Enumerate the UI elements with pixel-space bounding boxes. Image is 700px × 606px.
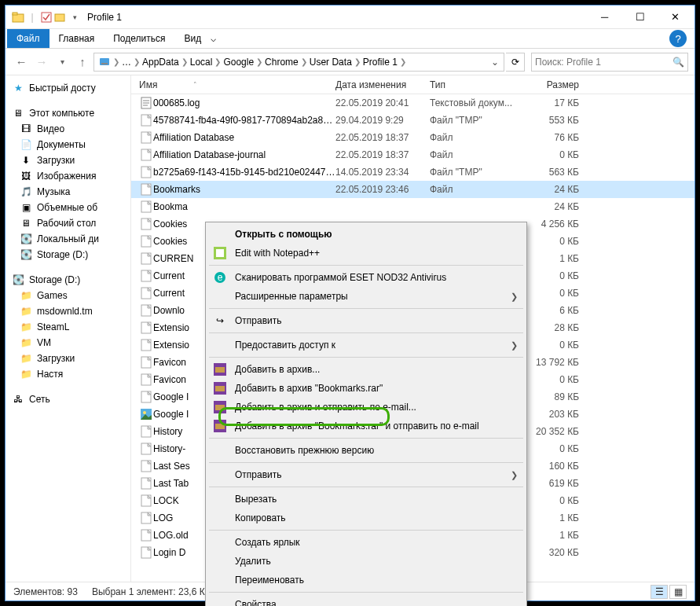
cm-properties[interactable]: Свойства (208, 595, 524, 606)
cm-send[interactable]: ↪Отправить (208, 311, 524, 330)
file-size: 563 КБ (524, 167, 587, 178)
sidebar-item[interactable]: 📁SteamL (5, 319, 130, 335)
sidebar-item[interactable]: 💽Storage (D:) (5, 247, 130, 263)
sidebar-item[interactable]: 📁msdownld.tm (5, 303, 130, 319)
col-size[interactable]: Размер (524, 79, 587, 90)
svg-rect-48 (215, 424, 225, 429)
close-button[interactable]: ✕ (658, 6, 693, 28)
qa-properties-icon[interactable] (40, 11, 53, 24)
sidebar-item[interactable]: 📁Загрузки (5, 351, 130, 366)
sidebar-item[interactable]: 🖥Рабочий стол (5, 215, 130, 231)
table-row[interactable]: Affiliation Database-journal22.05.2019 1… (131, 146, 695, 163)
cm-rar-email[interactable]: Добавить в архив и отправить по e-mail..… (208, 398, 524, 417)
file-icon (139, 183, 153, 196)
chevron-right-icon[interactable]: ❯ (214, 57, 221, 66)
chevron-right-icon[interactable]: ❯ (400, 57, 406, 66)
col-type[interactable]: Тип (430, 79, 524, 90)
maximize-button[interactable]: ☐ (622, 6, 658, 28)
table-row[interactable]: Affiliation Database22.05.2019 18:37Файл… (131, 129, 695, 146)
cm-rename[interactable]: Переименовать (208, 571, 524, 589)
column-headers[interactable]: Имя˄ Дата изменения Тип Размер (131, 75, 695, 94)
minimize-button[interactable]: ─ (587, 6, 622, 28)
search-input[interactable]: Поиск: Profile 1 🔍 (531, 53, 688, 72)
folder-icon: 📁 (20, 368, 32, 380)
cm-restore-previous[interactable]: Восстановить прежнюю версию (208, 441, 524, 460)
sidebar-storage[interactable]: 💽Storage (D:) (5, 272, 130, 288)
chevron-right-icon[interactable]: ❯ (256, 57, 262, 66)
sidebar-item[interactable]: 🎵Музыка (5, 184, 130, 200)
view-details-icon[interactable]: ☰ (651, 585, 668, 599)
col-name[interactable]: Имя (139, 79, 157, 90)
chevron-right-icon[interactable]: ❯ (354, 57, 361, 66)
chevron-right-icon[interactable]: ❯ (134, 57, 140, 66)
cm-advanced[interactable]: Расширенные параметры❯ (208, 287, 524, 306)
sidebar-item[interactable]: 📁Настя (5, 366, 130, 382)
tab-home[interactable]: Главная (49, 29, 104, 48)
tab-file[interactable]: Файл (7, 29, 49, 48)
tab-share[interactable]: Поделиться (104, 29, 174, 48)
search-icon[interactable]: 🔍 (673, 57, 684, 68)
nav-back-icon[interactable]: ← (12, 53, 31, 72)
sidebar-this-pc[interactable]: 🖥Этот компьюте (5, 105, 130, 121)
col-date[interactable]: Дата изменения (335, 79, 430, 90)
table-row[interactable]: Bookmarks22.05.2019 23:46Файл24 КБ (131, 181, 695, 198)
ribbon-toggle-icon[interactable]: ⌵ (211, 29, 216, 48)
qa-newfolder-icon[interactable] (54, 11, 67, 24)
sidebar-item[interactable]: 📁VM (5, 335, 130, 351)
cm-share-access[interactable]: Предоставить доступ к❯ (208, 336, 524, 354)
bc-ellipsis[interactable]: … (119, 57, 134, 68)
sidebar-item[interactable]: 💽Локальный ди (5, 231, 130, 247)
cm-delete[interactable]: Удалить (208, 552, 524, 571)
chevron-right-icon[interactable]: ❯ (301, 57, 307, 66)
tab-view[interactable]: Вид (174, 29, 211, 48)
sidebar-item[interactable]: 🖼Изображения (5, 168, 130, 184)
nav-up-icon[interactable]: ↑ (73, 53, 92, 72)
cm-open-with[interactable]: Открыть с помощью (208, 225, 524, 244)
qa-dropdown-icon[interactable]: ▾ (68, 11, 81, 24)
sidebar-item[interactable]: 📁Games (5, 288, 130, 303)
folder-icon (12, 11, 24, 24)
bc-appdata[interactable]: AppData (140, 57, 181, 68)
view-thumbnails-icon[interactable]: ▦ (669, 585, 687, 599)
nav-history-dropdown-icon[interactable]: ▾ (53, 53, 71, 72)
chevron-right-icon[interactable]: ❯ (113, 57, 119, 66)
table-row[interactable]: 45788741-fb4a-49f0-9817-770894ab2a80.t..… (131, 112, 695, 129)
breadcrumb-root-icon[interactable] (96, 56, 113, 68)
bc-profile1[interactable]: Profile 1 (361, 57, 400, 68)
sidebar-quick-access[interactable]: ★Быстрый досту (5, 80, 130, 96)
bc-userdata[interactable]: User Data (307, 57, 354, 68)
file-icon (139, 166, 153, 178)
bc-local[interactable]: Local (188, 57, 215, 68)
table-row[interactable]: 000685.log22.05.2019 20:41Текстовый доку… (131, 94, 695, 112)
file-icon (139, 460, 153, 472)
sidebar-item[interactable]: 🎞Видео (5, 121, 130, 137)
svg-rect-2 (42, 13, 51, 22)
cm-edit-notepadpp[interactable]: Edit with Notepad++ (208, 244, 524, 263)
cm-copy[interactable]: Копировать (208, 509, 524, 527)
sidebar-item[interactable]: ⬇Загрузки (5, 152, 130, 168)
cm-send-to[interactable]: Отправить❯ (208, 465, 524, 484)
chevron-right-icon[interactable]: ❯ (181, 57, 188, 66)
sidebar-network[interactable]: 🖧Сеть (5, 391, 130, 407)
chevron-right-icon: ❯ (511, 340, 518, 351)
table-row[interactable]: Bookma24 КБ (131, 198, 695, 215)
refresh-icon[interactable]: ⟳ (506, 53, 525, 72)
sidebar-item[interactable]: 📄Документы (5, 137, 130, 152)
nav-forward-icon[interactable]: → (32, 53, 51, 72)
breadcrumb-dropdown-icon[interactable]: ⌄ (488, 53, 502, 71)
file-size: 619 КБ (524, 478, 587, 489)
file-size: 203 КБ (524, 409, 587, 420)
cm-shortcut[interactable]: Создать ярлык (208, 533, 524, 552)
help-icon[interactable]: ? (669, 30, 687, 47)
bc-chrome[interactable]: Chrome (262, 57, 301, 68)
table-row[interactable]: b2725a69-f143-415b-9145-bd210e02447a...1… (131, 163, 695, 181)
bc-google[interactable]: Google (221, 57, 256, 68)
cm-rar-add[interactable]: Добавить в архив... (208, 360, 524, 379)
cm-rar-add-name[interactable]: Добавить в архив "Bookmarks.rar" (208, 379, 524, 398)
breadcrumb[interactable]: ❯ … ❯ AppData ❯ Local ❯ Google ❯ Chrome … (93, 53, 504, 72)
cm-cut[interactable]: Вырезать (208, 490, 524, 509)
cm-eset-scan[interactable]: eСканировать программой ESET NOD32 Antiv… (208, 268, 524, 287)
cm-rar-email-name[interactable]: Добавить в архив "Bookmarks.rar" и отпра… (208, 417, 524, 435)
sidebar-item[interactable]: ▣Объемные об (5, 200, 130, 215)
sidebar: ★Быстрый досту 🖥Этот компьюте 🎞Видео 📄До… (5, 75, 131, 582)
